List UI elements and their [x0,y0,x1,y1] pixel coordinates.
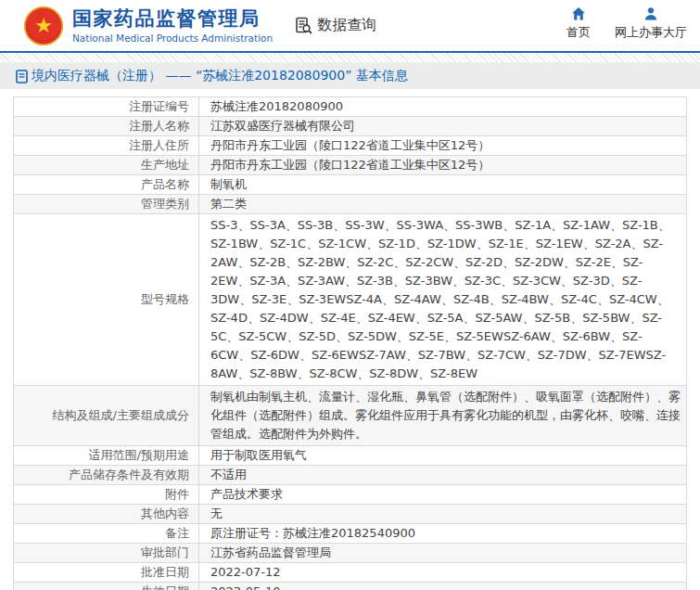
field-label: 注册证编号 [14,97,199,117]
top-nav: 首页 网上办事大厅 [566,6,687,41]
field-value: 江苏双盛医疗器械有限公司 [199,117,687,136]
user-icon [643,6,658,21]
field-label: 审批部门 [14,544,199,563]
table-row-approval-date: 批准日期2022-07-12 [14,563,687,583]
table-row-model-spec: 型号规格SS-3、SS-3A、SS-3B、SS-3W、SS-3WA、SS-3WB… [14,214,687,386]
table-row-registrant-address: 注册人住所丹阳市丹东工业园（陵口122省道工业集中区12号） [14,136,687,156]
field-value: 苏械注准20182080900 [199,97,687,117]
nav-item-home[interactable]: 首页 [566,6,591,41]
field-value: 江苏省药品监督管理局 [199,544,687,563]
home-icon [571,6,586,21]
field-value: 第二类 [199,195,687,214]
table-row-effective-date: 生效日期2023-05-10 [14,583,687,590]
field-value: 产品技术要求 [199,485,687,505]
field-value: SS-3、SS-3A、SS-3B、SS-3W、SS-3WA、SS-3WB、SZ-… [199,214,687,386]
field-label: 其他内容 [14,505,199,524]
site-subtitle: National Medical Products Administration [72,32,273,44]
china-national-emblem-icon: ★ [24,6,63,45]
field-value: 原注册证号：苏械注准20182540900 [199,524,687,544]
site-title: 国家药品监督管理局 [72,7,273,30]
table-row-intended-use: 适用范围/预期用途用于制取医用氧气 [14,446,687,466]
breadcrumb: 境内医疗器械（注册） —— “苏械注准20182080900” 基本信息 [0,63,700,89]
nav-home-label: 首页 [566,24,591,41]
table-row-management-class: 管理类别第二类 [14,195,687,214]
document-icon [16,70,28,83]
site-logo[interactable]: 国家药品监督管理局 National Medical Products Admi… [72,7,273,43]
field-value: 制氧机 [199,175,687,195]
field-value: 制氧机由制氧主机、流量计、湿化瓶、鼻氧管（选配附件）、吸氧面罩（选配附件）、雾化… [199,386,687,446]
field-label: 批准日期 [14,563,199,583]
registration-info-table: 注册证编号苏械注准20182080900 注册人名称江苏双盛医疗器械有限公司 注… [13,96,687,590]
site-header: ★ 国家药品监督管理局 National Medical Products Ad… [0,0,700,51]
data-query-section[interactable]: 数据查询 [295,16,376,35]
field-value: 用于制取医用氧气 [199,446,687,466]
table-row-attachment: 附件产品技术要求 [14,485,687,505]
field-label: 型号规格 [14,214,199,386]
table-row-product-name: 产品名称制氧机 [14,175,687,195]
table-row-reg-number: 注册证编号苏械注准20182080900 [14,97,687,117]
field-label: 适用范围/预期用途 [14,446,199,466]
nav-service-hall-label: 网上办事大厅 [615,24,687,41]
table-row-production-address: 生产地址丹阳市丹东工业园（陵口122省道工业集中区12号） [14,156,687,175]
field-label: 备注 [14,524,199,544]
field-value: 2023-05-10 [199,583,687,590]
data-query-label: 数据查询 [317,16,376,35]
field-label: 产品储存条件及有效期 [14,466,199,485]
field-value: 丹阳市丹东工业园（陵口122省道工业集中区12号） [199,136,687,156]
table-row-storage-conditions: 产品储存条件及有效期不适用 [14,466,687,485]
field-label: 产品名称 [14,175,199,195]
document-search-icon [295,17,313,35]
field-label: 附件 [14,485,199,505]
table-row-approval-department: 审批部门江苏省药品监督管理局 [14,544,687,563]
table-row-other-content: 其他内容无 [14,505,687,524]
table-row-registrant-name: 注册人名称江苏双盛医疗器械有限公司 [14,117,687,136]
field-label: 管理类别 [14,195,199,214]
field-label: 注册人住所 [14,136,199,156]
nav-item-service-hall[interactable]: 网上办事大厅 [615,6,687,41]
table-row-remarks: 备注原注册证号：苏械注准20182540900 [14,524,687,544]
field-label: 注册人名称 [14,117,199,136]
field-value: 不适用 [199,466,687,485]
hatch-divider [0,53,700,63]
field-label: 结构及组成/主要组成成分 [14,386,199,446]
field-label: 生效日期 [14,583,199,590]
field-value: 无 [199,505,687,524]
field-label: 生产地址 [14,156,199,175]
field-value: 丹阳市丹东工业园（陵口122省道工业集中区12号） [199,156,687,175]
field-value: 2022-07-12 [199,563,687,583]
breadcrumb-text: 境内医疗器械（注册） —— “苏械注准20182080900” 基本信息 [32,68,408,84]
table-row-structure-composition: 结构及组成/主要组成成分制氧机由制氧主机、流量计、湿化瓶、鼻氧管（选配附件）、吸… [14,386,687,446]
